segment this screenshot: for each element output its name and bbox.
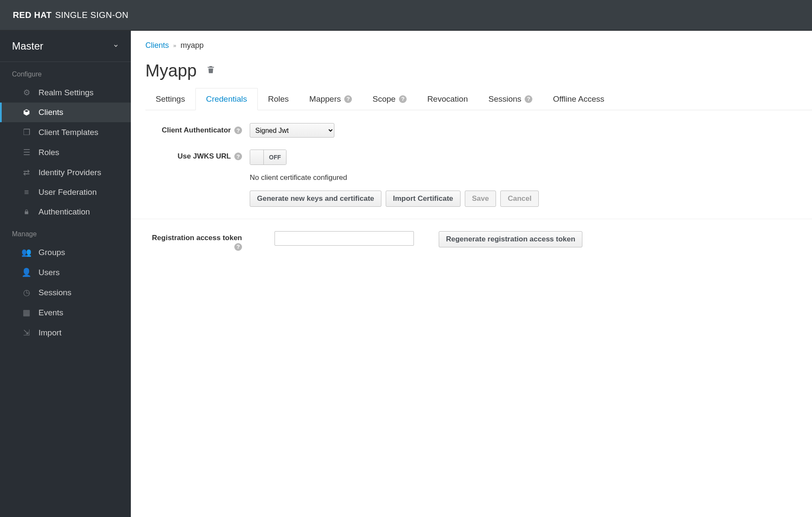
page-title-text: Myapp: [145, 61, 197, 80]
help-icon[interactable]: ?: [399, 95, 407, 103]
client-authenticator-select[interactable]: Signed Jwt: [250, 123, 334, 138]
tab-mappers[interactable]: Mappers?: [299, 88, 362, 110]
clock-icon: ◷: [22, 288, 31, 297]
toggle-knob: [250, 150, 264, 164]
breadcrumb-parent-link[interactable]: Clients: [145, 41, 169, 50]
top-header: RED HAT SINGLE SIGN-ON: [0, 0, 812, 31]
sidebar-item-users[interactable]: 👤 Users: [0, 262, 131, 282]
cube-icon: [22, 109, 31, 116]
cubes-icon: ❒: [22, 127, 31, 137]
credentials-form: Client Authenticator ? Signed Jwt Use JW…: [145, 110, 812, 251]
sidebar-item-roles[interactable]: ☰ Roles: [0, 142, 131, 162]
tab-label: Revocation: [427, 94, 468, 104]
cancel-button[interactable]: Cancel: [500, 191, 539, 207]
label-text: Use JWKS URL: [177, 152, 231, 161]
sidebar-section-configure: Configure: [0, 62, 131, 82]
tab-credentials[interactable]: Credentials: [195, 88, 258, 110]
sidebar-item-label: Sessions: [38, 288, 71, 297]
sidebar-item-label: Events: [38, 308, 63, 317]
regenerate-token-button[interactable]: Regenerate registration access token: [439, 231, 582, 247]
calendar-icon: ▦: [22, 308, 31, 317]
lock-icon: [22, 209, 31, 215]
help-icon[interactable]: ?: [234, 153, 242, 160]
label-text: Client Authenticator: [162, 126, 231, 135]
main-content: Clients » myapp Myapp Settings Credentia…: [131, 31, 812, 517]
realm-selector[interactable]: Master: [0, 31, 131, 62]
sidebar-item-groups[interactable]: 👥 Groups: [0, 242, 131, 262]
tab-label: Roles: [268, 94, 289, 104]
breadcrumb-current: myapp: [180, 41, 204, 50]
help-icon[interactable]: ?: [344, 95, 352, 103]
sidebar-item-events[interactable]: ▦ Events: [0, 303, 131, 323]
import-certificate-button[interactable]: Import Certificate: [386, 191, 461, 207]
database-icon: ≡: [22, 188, 31, 197]
exchange-icon: ⇄: [22, 167, 31, 177]
tab-sessions[interactable]: Sessions?: [478, 88, 543, 110]
breadcrumb-separator-icon: »: [173, 42, 176, 49]
tabs: Settings Credentials Roles Mappers? Scop…: [145, 88, 812, 110]
sidebar-item-identity-providers[interactable]: ⇄ Identity Providers: [0, 162, 131, 182]
sidebar-item-sessions[interactable]: ◷ Sessions: [0, 282, 131, 303]
sidebar-item-realm-settings[interactable]: ⚙ Realm Settings: [0, 82, 131, 103]
sidebar-item-label: User Federation: [38, 188, 97, 197]
use-jwks-url-toggle[interactable]: OFF: [250, 150, 286, 165]
toggle-state: OFF: [264, 150, 286, 164]
sidebar-item-authentication[interactable]: Authentication: [0, 202, 131, 222]
brand-bold: RED HAT: [13, 10, 52, 20]
tab-label: Settings: [156, 94, 185, 104]
registration-token-label: Registration access token ?: [145, 231, 250, 251]
tab-label: Sessions: [488, 94, 521, 104]
tab-label: Mappers: [309, 94, 341, 104]
sidebar-section-manage: Manage: [0, 222, 131, 242]
generate-keys-button[interactable]: Generate new keys and certificate: [250, 191, 381, 207]
sidebar-item-clients[interactable]: Clients: [0, 103, 131, 122]
sidebar-item-label: Roles: [38, 148, 59, 157]
user-icon: 👤: [22, 267, 31, 277]
trash-icon[interactable]: [206, 65, 216, 77]
sliders-icon: ⚙: [22, 88, 31, 97]
client-authenticator-label: Client Authenticator ?: [145, 126, 250, 135]
no-cert-text: No client certificate configured: [250, 173, 347, 182]
help-icon[interactable]: ?: [234, 126, 242, 134]
sidebar-item-label: Users: [38, 268, 60, 277]
breadcrumb: Clients » myapp: [145, 41, 812, 50]
use-jwks-url-label: Use JWKS URL ?: [145, 150, 250, 161]
tab-scope[interactable]: Scope?: [362, 88, 417, 110]
chevron-down-icon: [113, 43, 119, 50]
tab-offline-access[interactable]: Offline Access: [543, 88, 614, 110]
tab-label: Offline Access: [553, 94, 604, 104]
sidebar-item-client-templates[interactable]: ❒ Client Templates: [0, 122, 131, 142]
sidebar-item-label: Identity Providers: [38, 168, 101, 177]
sidebar-item-label: Clients: [38, 108, 63, 117]
sidebar-item-label: Realm Settings: [38, 88, 94, 97]
tab-label: Credentials: [206, 94, 247, 104]
registration-token-input[interactable]: [275, 231, 414, 246]
sidebar-item-label: Client Templates: [38, 128, 98, 137]
sidebar-item-import[interactable]: ⇲ Import: [0, 323, 131, 343]
users-icon: 👥: [22, 247, 31, 257]
sidebar-item-user-federation[interactable]: ≡ User Federation: [0, 182, 131, 202]
divider: [131, 219, 812, 219]
brand-thin: SINGLE SIGN-ON: [55, 10, 128, 20]
import-icon: ⇲: [22, 328, 31, 338]
tab-revocation[interactable]: Revocation: [417, 88, 478, 110]
tab-settings[interactable]: Settings: [145, 88, 195, 110]
brand-logo: RED HAT SINGLE SIGN-ON: [13, 10, 128, 20]
sidebar-item-label: Import: [38, 328, 62, 338]
sidebar-item-label: Groups: [38, 248, 65, 257]
page-title: Myapp: [145, 61, 812, 80]
sidebar: Master Configure ⚙ Realm Settings Client…: [0, 31, 131, 517]
tab-label: Scope: [372, 94, 396, 104]
list-icon: ☰: [22, 147, 31, 157]
help-icon[interactable]: ?: [525, 95, 532, 103]
realm-name: Master: [12, 40, 43, 52]
tab-roles[interactable]: Roles: [258, 88, 299, 110]
save-button[interactable]: Save: [465, 191, 496, 207]
help-icon[interactable]: ?: [234, 243, 242, 251]
label-text: Registration access token: [152, 234, 242, 242]
sidebar-item-label: Authentication: [38, 207, 90, 217]
